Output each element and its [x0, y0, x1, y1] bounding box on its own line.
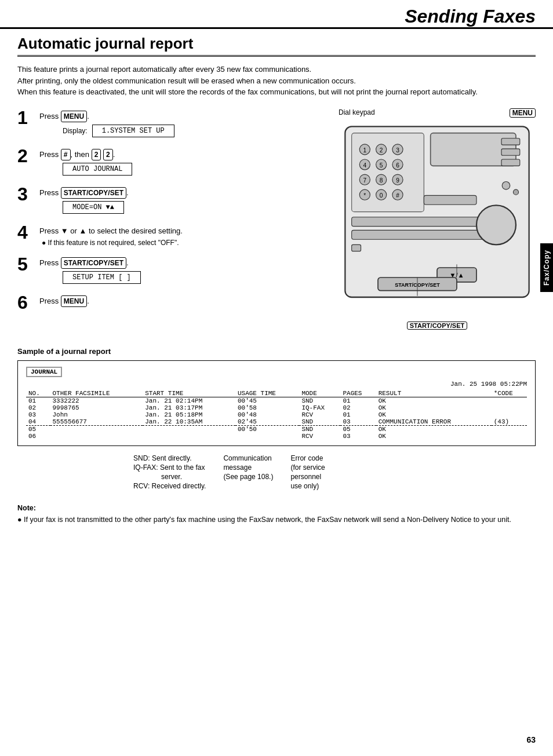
- svg-point-30: [502, 181, 510, 189]
- table-cell: SND: [299, 425, 340, 433]
- table-row: 029998765Jan. 21 03:17PM00'58IQ-FAX02OK: [26, 404, 527, 411]
- legend-err-4: use only): [290, 482, 325, 490]
- note-text: ● If your fax is not transmitted to the …: [17, 514, 536, 525]
- table-cell: Jan. 21 05:18PM: [143, 411, 235, 418]
- svg-rect-28: [501, 148, 520, 155]
- table-cell: OK: [376, 404, 492, 411]
- step-2-text: Press #, then 2 2.: [39, 149, 327, 160]
- legend-col-2: Communication message (See page 108.): [223, 454, 273, 490]
- table-cell: 3332222: [50, 397, 143, 404]
- step-1-number: 1: [17, 108, 35, 127]
- step-2-number: 2: [17, 147, 35, 165]
- svg-text:2: 2: [380, 147, 383, 153]
- table-cell: (43): [492, 418, 527, 426]
- intro-line-1: This feature prints a journal report aut…: [17, 64, 536, 75]
- legend-err-3: personnel: [290, 473, 325, 481]
- journal-box: JOURNAL Jan. 25 1998 05:22PM NO. OTHER F…: [17, 360, 536, 446]
- legend-err-1: Error code: [290, 454, 325, 462]
- svg-text:4: 4: [363, 162, 366, 168]
- menu-key-1: MENU: [61, 111, 87, 122]
- table-cell: 00'58: [235, 404, 299, 411]
- step-4-sub: ● If this feature is not required, selec…: [42, 239, 327, 247]
- svg-rect-27: [501, 138, 520, 144]
- step-5-number: 5: [17, 255, 35, 273]
- journal-date: Jan. 25 1998 05:22PM: [26, 381, 527, 388]
- table-cell: SND: [299, 418, 340, 426]
- table-cell: [50, 433, 143, 440]
- table-cell: [492, 425, 527, 433]
- table-cell: 06: [26, 433, 50, 440]
- col-result: RESULT: [376, 390, 492, 397]
- table-cell: 02: [340, 404, 376, 411]
- step-4-number: 4: [17, 223, 35, 242]
- step-6-content: Press MENU.: [39, 293, 327, 309]
- step-1-text: Press MENU.: [39, 111, 327, 122]
- legend-comm-3: (See page 108.): [223, 473, 273, 481]
- svg-point-36: [476, 205, 516, 244]
- svg-text:9: 9: [396, 177, 399, 183]
- intro-line-2: After printing, only the oldest communic…: [17, 75, 536, 87]
- page-number: 63: [526, 735, 536, 744]
- table-cell: RCV: [299, 411, 340, 418]
- step-3: 3 Press START/COPY/SET. MODE=ON ▼▲: [17, 185, 327, 215]
- legend-col-1: SND: Sent directly. IQ-FAX: Sent to the …: [133, 454, 206, 490]
- svg-rect-29: [501, 159, 520, 166]
- table-cell: 00'48: [235, 411, 299, 418]
- start-copy-set-key-1: START/COPY/SET: [61, 187, 126, 199]
- table-row: 03JohnJan. 21 05:18PM00'48RCV01OK: [26, 411, 527, 418]
- steps-area: 1 Press MENU. Display: 1.SYSTEM SET UP 2: [17, 108, 536, 330]
- table-cell: Jan. 22 10:35AM: [143, 418, 235, 426]
- svg-text:1: 1: [363, 147, 366, 153]
- intro-line-3: When this feature is deactivated, the un…: [17, 86, 536, 98]
- svg-text:0: 0: [380, 192, 383, 198]
- step-5-text: Press START/COPY/SET.: [39, 257, 327, 269]
- svg-text:3: 3: [396, 147, 399, 153]
- step-6: 6 Press MENU.: [17, 293, 327, 312]
- menu-label-diagram: MENU: [510, 108, 536, 118]
- journal-legend: SND: Sent directly. IQ-FAX: Sent to the …: [17, 454, 536, 490]
- table-cell: 03: [340, 433, 376, 440]
- table-cell: 05: [26, 425, 50, 433]
- legend-iqfax-2: server.: [161, 473, 206, 481]
- svg-text:5: 5: [380, 162, 383, 168]
- start-copy-set-diagram-label: START/COPY/SET: [407, 322, 468, 330]
- step-4-text: Press ▼ or ▲ to select the desired setti…: [39, 225, 327, 237]
- step-4: 4 Press ▼ or ▲ to select the desired set…: [17, 223, 327, 247]
- note-body: ● If your fax is not transmitted to the …: [17, 514, 511, 525]
- step-4-content: Press ▼ or ▲ to select the desired setti…: [39, 223, 327, 247]
- step-5-content: Press START/COPY/SET. SETUP ITEM [ ]: [39, 255, 327, 285]
- col-mode: MODE: [299, 390, 340, 397]
- table-cell: 03: [26, 411, 50, 418]
- table-cell: 555556677: [50, 418, 143, 426]
- step-3-content: Press START/COPY/SET. MODE=ON ▼▲: [39, 185, 327, 215]
- journal-label: JOURNAL: [26, 367, 62, 377]
- journal-table: NO. OTHER FACSIMILE START TIME USAGE TIM…: [26, 390, 527, 440]
- legend-comm-2: message: [223, 463, 273, 472]
- step-1: 1 Press MENU. Display: 1.SYSTEM SET UP: [17, 108, 327, 138]
- intro-text: This feature prints a journal report aut…: [17, 64, 536, 98]
- svg-text:6: 6: [396, 162, 399, 168]
- dial-keypad-label: Dial keypad: [339, 108, 375, 118]
- table-cell: [492, 397, 527, 404]
- note-title: Note:: [17, 504, 536, 512]
- table-cell: John: [50, 411, 143, 418]
- step-3-text: Press START/COPY/SET.: [39, 187, 327, 199]
- journal-section: Sample of a journal report JOURNAL Jan. …: [17, 347, 536, 490]
- table-cell: 02: [26, 404, 50, 411]
- step-1-content: Press MENU. Display: 1.SYSTEM SET UP: [39, 108, 327, 138]
- svg-rect-35: [352, 244, 361, 251]
- table-cell: [50, 425, 143, 433]
- step-2: 2 Press #, then 2 2. AUTO JOURNAL: [17, 147, 327, 177]
- step-3-number: 3: [17, 185, 35, 203]
- key-2b: 2: [103, 149, 113, 160]
- table-cell: COMMUNICATION ERROR: [376, 418, 492, 426]
- table-cell: Jan. 21 02:14PM: [143, 397, 235, 404]
- legend-err-2: (for service: [290, 463, 325, 472]
- table-cell: 01: [340, 397, 376, 404]
- note-section: Note: ● If your fax is not transmitted t…: [17, 504, 536, 525]
- svg-text:8: 8: [380, 177, 383, 183]
- col-usage-time: USAGE TIME: [235, 390, 299, 397]
- step-3-display: MODE=ON ▼▲: [63, 201, 327, 214]
- display-label-1: Display:: [63, 127, 88, 135]
- svg-text:*: *: [363, 192, 366, 198]
